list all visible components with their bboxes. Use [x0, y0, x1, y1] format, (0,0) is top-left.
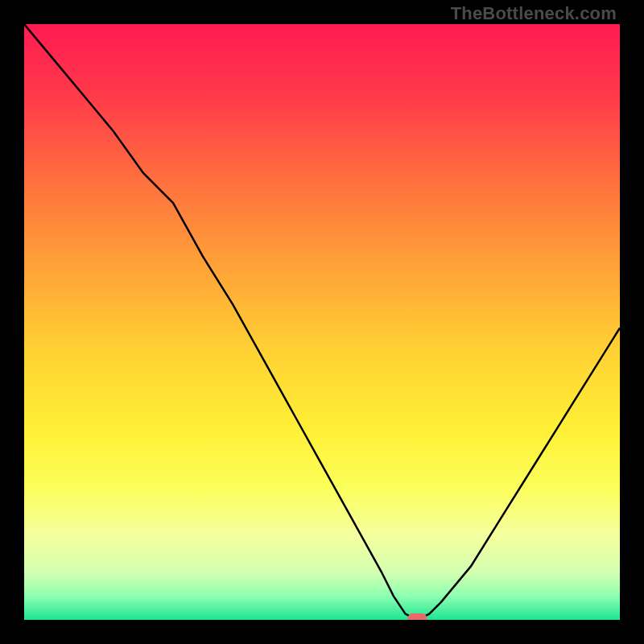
plot-area [24, 24, 620, 620]
optimal-marker [407, 613, 427, 620]
chart-svg [24, 24, 620, 620]
watermark-text: TheBottleneck.com [451, 3, 617, 24]
chart-frame: TheBottleneck.com [0, 0, 644, 644]
gradient-background [24, 24, 620, 620]
